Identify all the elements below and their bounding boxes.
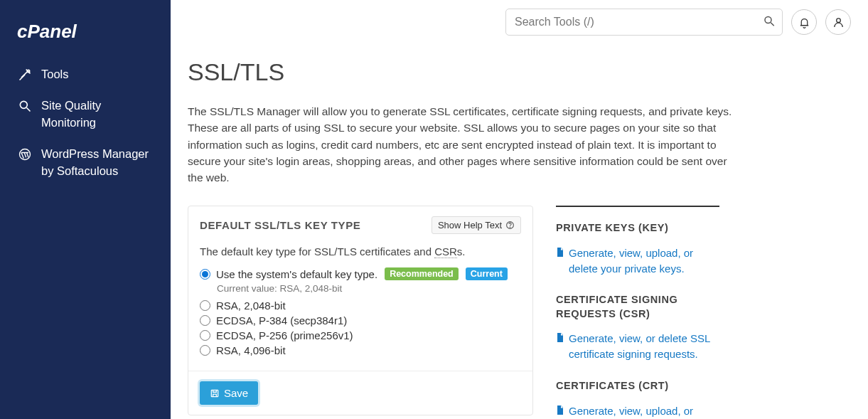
save-icon: [210, 388, 220, 398]
option-label: RSA, 2,048-bit: [216, 299, 286, 312]
svg-text:cPanel: cPanel: [17, 21, 77, 42]
search-icon: [763, 15, 776, 28]
help-icon: [505, 221, 515, 230]
option-label: ECDSA, P-384 (secp384r1): [216, 314, 347, 327]
wordpress-icon: [17, 146, 33, 161]
card-body: The default key type for SSL/TLS certifi…: [188, 241, 532, 371]
radio-ecdsa256[interactable]: [200, 330, 210, 341]
keytype-card: DEFAULT SSL/TLS KEY TYPE Show Help Text …: [188, 206, 533, 415]
page-intro: The SSL/TLS Manager will allow you to ge…: [188, 103, 735, 186]
main-area: SSL/TLS The SSL/TLS Manager will allow y…: [171, 0, 868, 419]
svg-point-7: [510, 227, 510, 228]
brand-logo: cPanel: [0, 14, 171, 59]
option-label: Use the system's default key type.: [216, 268, 377, 280]
svg-rect-8: [211, 390, 218, 396]
notifications-button[interactable]: [791, 9, 817, 35]
sidebar-item-label: Tools: [41, 66, 69, 83]
section-title: PRIVATE KEYS (KEY): [556, 221, 719, 235]
section-title: CERTIFICATES (CRT): [556, 379, 719, 393]
link-crt[interactable]: Generate, view, upload, or delete SSL ce…: [569, 403, 719, 420]
current-value-text: Current value: RSA, 2,048-bit: [217, 283, 521, 294]
help-button-label: Show Help Text: [438, 220, 502, 230]
sidebar: cPanel Tools Site Quality Monitoring Wor…: [0, 0, 171, 419]
section-private-keys: PRIVATE KEYS (KEY) Generate, view, uploa…: [556, 221, 719, 276]
account-button[interactable]: [825, 9, 851, 35]
svg-point-4: [765, 17, 771, 23]
keytype-option-rsa4096[interactable]: RSA, 4,096-bit: [200, 343, 521, 358]
sidebar-item-label: Site Quality Monitoring: [41, 97, 154, 132]
card-footer: Save: [188, 371, 532, 415]
tools-icon: [17, 66, 33, 82]
page-title: SSL/TLS: [188, 58, 851, 86]
badge-recommended: Recommended: [385, 267, 459, 280]
keytype-option-ecdsa384[interactable]: ECDSA, P-384 (secp384r1): [200, 313, 521, 328]
sidebar-item-label: WordPress Manager by Softaculous: [41, 146, 154, 180]
keytype-option-ecdsa256[interactable]: ECDSA, P-256 (prime256v1): [200, 328, 521, 343]
link-row: Generate, view, upload, or delete your p…: [556, 245, 719, 277]
keytype-option-default[interactable]: Use the system's default key type. Recom…: [200, 266, 521, 282]
magnify-icon: [17, 97, 33, 113]
sidebar-item-tools[interactable]: Tools: [0, 59, 171, 90]
file-icon: [556, 332, 564, 345]
link-csr[interactable]: Generate, view, or delete SSL certificat…: [569, 331, 719, 362]
search-input[interactable]: [505, 9, 783, 36]
sidebar-item-site-quality[interactable]: Site Quality Monitoring: [0, 90, 171, 139]
link-private-keys[interactable]: Generate, view, upload, or delete your p…: [569, 245, 719, 277]
search-button[interactable]: [760, 12, 778, 33]
svg-point-5: [836, 18, 840, 22]
show-help-button[interactable]: Show Help Text: [432, 216, 521, 234]
content: SSL/TLS The SSL/TLS Manager will allow y…: [171, 36, 868, 419]
user-icon: [832, 16, 845, 28]
card-header: DEFAULT SSL/TLS KEY TYPE Show Help Text: [188, 206, 532, 241]
badge-current: Current: [466, 267, 508, 280]
key-desc: The default key type for SSL/TLS certifi…: [200, 245, 521, 258]
file-icon: [556, 405, 564, 418]
link-row: Generate, view, or delete SSL certificat…: [556, 331, 719, 362]
right-column: PRIVATE KEYS (KEY) Generate, view, uploa…: [556, 206, 719, 419]
topbar: [171, 0, 868, 36]
section-csr: CERTIFICATE SIGNING REQUESTS (CSR) Gener…: [556, 293, 719, 362]
columns: DEFAULT SSL/TLS KEY TYPE Show Help Text …: [188, 206, 851, 419]
save-button[interactable]: Save: [200, 381, 258, 405]
search-wrap: [505, 9, 783, 36]
card-title: DEFAULT SSL/TLS KEY TYPE: [200, 219, 360, 231]
radio-default[interactable]: [200, 269, 210, 280]
file-icon: [556, 247, 564, 260]
cpanel-logo-icon: cPanel: [17, 21, 102, 43]
link-row: Generate, view, upload, or delete SSL ce…: [556, 403, 719, 420]
save-button-label: Save: [224, 387, 248, 399]
svg-point-2: [20, 101, 27, 108]
keytype-option-rsa2048[interactable]: RSA, 2,048-bit: [200, 298, 521, 313]
section-crt: CERTIFICATES (CRT) Generate, view, uploa…: [556, 379, 719, 419]
radio-rsa4096[interactable]: [200, 345, 210, 356]
option-label: RSA, 4,096-bit: [216, 344, 286, 356]
sidebar-item-wordpress[interactable]: WordPress Manager by Softaculous: [0, 139, 171, 187]
bell-icon: [798, 16, 810, 28]
radio-rsa2048[interactable]: [200, 300, 210, 311]
radio-ecdsa384[interactable]: [200, 315, 210, 326]
option-label: ECDSA, P-256 (prime256v1): [216, 329, 353, 341]
section-title: CERTIFICATE SIGNING REQUESTS (CSR): [556, 293, 719, 321]
csr-abbr: CSR: [434, 245, 457, 258]
